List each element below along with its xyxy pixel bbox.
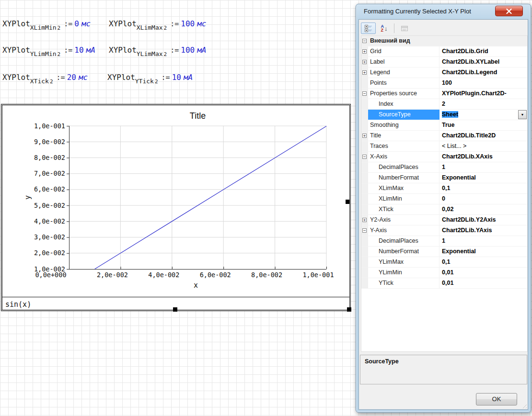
- resize-handle-corner[interactable]: [347, 307, 351, 312]
- property-row-traces[interactable]: Traces< List... >: [361, 141, 527, 152]
- property-row-smoothing[interactable]: SmoothingTrue: [361, 120, 527, 131]
- expand-icon[interactable]: +: [362, 218, 367, 222]
- property-value[interactable]: Chart2DLib.Title2D: [439, 131, 527, 141]
- math-definition-ylimmax[interactable]: XYPlotYLimMax2:=100мА: [109, 45, 206, 55]
- property-value-text: 0: [442, 195, 445, 202]
- close-button[interactable]: [495, 6, 523, 16]
- row-gutter: [361, 194, 368, 204]
- property-value[interactable]: 100: [439, 78, 527, 88]
- property-row-title[interactable]: +TitleChart2DLib.Title2D: [361, 131, 527, 141]
- row-gutter: [361, 110, 368, 120]
- property-row-ylimmin[interactable]: YLimMin0,01: [361, 268, 527, 278]
- property-value[interactable]: 1: [439, 236, 527, 246]
- property-value[interactable]: Chart2DLib.Y2Axis: [439, 215, 527, 225]
- row-gutter: [361, 278, 368, 288]
- property-value[interactable]: Chart2DLib.XYLabel: [439, 57, 527, 67]
- y-tick-label: 6,0e-002: [34, 185, 65, 193]
- property-value-text: Chart2DLib.YAxis: [442, 227, 492, 234]
- categorized-view-button[interactable]: [361, 22, 376, 34]
- math-definition-xtick[interactable]: XYPlotXTick2:=20мс: [2, 73, 88, 82]
- property-value[interactable]: Exponential: [439, 173, 527, 183]
- ok-button[interactable]: OK: [476, 393, 517, 405]
- expand-icon[interactable]: +: [362, 60, 367, 64]
- property-row-xtick[interactable]: XTick0,02: [361, 204, 527, 215]
- property-value[interactable]: 0,01: [439, 278, 527, 288]
- property-row-properties-source[interactable]: −Properties sourceXYPlotPlugin.Chart2D-: [361, 89, 527, 99]
- property-value[interactable]: 2: [439, 99, 527, 109]
- definition-value: 20: [67, 73, 76, 82]
- property-value[interactable]: Chart2DLib.XAxis: [439, 152, 527, 162]
- property-value[interactable]: Exponential: [439, 247, 527, 257]
- math-definition-ylimmin[interactable]: XYPlotYLimMin2:=10мА: [2, 45, 95, 55]
- resize-handle-right[interactable]: [346, 200, 350, 204]
- collapse-icon[interactable]: −: [362, 39, 367, 43]
- property-row-points[interactable]: Points100: [361, 78, 527, 89]
- categorized-icon: [365, 25, 372, 32]
- expand-icon[interactable]: +: [362, 70, 367, 75]
- property-row-numberformat[interactable]: NumberFormatExponential: [361, 173, 527, 183]
- property-row-x-axis[interactable]: −X-AxisChart2DLib.XAxis: [361, 152, 527, 162]
- definition-operator: :=: [64, 46, 72, 55]
- property-row-y-axis[interactable]: −Y-AxisChart2DLib.YAxis: [361, 225, 527, 236]
- property-row-ylimmax[interactable]: YLimMax0,1: [361, 257, 527, 268]
- x-tick-label: 8,0e-002: [251, 271, 282, 279]
- variable-base: XYPlot: [2, 73, 30, 82]
- math-definition-xlimmin[interactable]: XYPlotXLimMin2:=0мс: [2, 19, 91, 28]
- dialog-titlebar[interactable]: Formatting Currently Selected X-Y Plot: [356, 4, 531, 19]
- definition-operator: :=: [64, 20, 72, 28]
- property-name: YLimMax: [368, 257, 439, 267]
- dropdown-button[interactable]: ▼: [518, 110, 527, 119]
- row-gutter: [361, 173, 368, 183]
- property-value[interactable]: 0,01: [439, 268, 527, 278]
- property-row-sourcetype[interactable]: SourceTypeSheet▼: [361, 110, 527, 120]
- trace-expression[interactable]: sin(x): [5, 300, 31, 309]
- property-row-decimalplaces[interactable]: DecimalPlaces1: [361, 236, 527, 247]
- property-value[interactable]: Chart2DLib.Grid: [439, 46, 527, 56]
- dialog-title: Formatting Currently Selected X-Y Plot: [364, 8, 471, 15]
- property-row-ytick[interactable]: YTick0,01: [361, 278, 527, 289]
- property-value-text: Chart2DLib.Legend: [442, 69, 497, 76]
- property-value[interactable]: 0,02: [439, 204, 527, 214]
- property-row-grid[interactable]: +GridChart2DLib.Grid: [361, 46, 527, 57]
- plot-canvas: 1,0e-0019,0e-0028,0e-0027,0e-0026,0e-002…: [2, 105, 350, 297]
- resize-handle-bottom[interactable]: [173, 307, 177, 312]
- property-value[interactable]: Sheet▼: [439, 110, 527, 120]
- property-value-text: XYPlotPlugin.Chart2D-: [442, 90, 507, 97]
- property-row-xlimmax[interactable]: XLimMax0,1: [361, 183, 527, 194]
- property-value[interactable]: 0,1: [439, 257, 527, 267]
- property-pages-button[interactable]: [397, 22, 412, 34]
- alphabetical-sort-button[interactable]: A Z ↓: [377, 22, 392, 34]
- property-name: YTick: [368, 278, 439, 288]
- property-value[interactable]: Chart2DLib.Legend: [439, 67, 527, 78]
- property-row-legend[interactable]: +LegendChart2DLib.Legend: [361, 67, 527, 78]
- property-value[interactable]: Chart2DLib.YAxis: [439, 225, 527, 236]
- xy-plot-region[interactable]: Title 1,0e-0019,0e-0028,0e-0027,0e-0026,…: [1, 104, 351, 311]
- math-definition-xlimmax[interactable]: XYPlotXLimMax2:=100мс: [109, 19, 206, 28]
- property-row-внешний-вид[interactable]: −Внешний вид: [361, 36, 527, 46]
- collapse-icon[interactable]: −: [362, 91, 367, 96]
- definition-value: 100: [181, 19, 195, 28]
- property-name: NumberFormat: [368, 173, 439, 183]
- property-value[interactable]: XYPlotPlugin.Chart2D-: [439, 89, 527, 99]
- property-row-xlimmin[interactable]: XLimMin0: [361, 194, 527, 204]
- property-row-y2-axis[interactable]: +Y2-AxisChart2DLib.Y2Axis: [361, 215, 527, 225]
- description-property-name: SourceType: [365, 358, 399, 365]
- property-row-decimalplaces[interactable]: DecimalPlaces1: [361, 162, 527, 173]
- property-row-label[interactable]: +LabelChart2DLib.XYLabel: [361, 57, 527, 67]
- property-value[interactable]: 1: [439, 162, 527, 172]
- expand-icon[interactable]: +: [362, 134, 367, 138]
- resize-grip[interactable]: [521, 403, 527, 408]
- property-row-index[interactable]: Index2: [361, 99, 527, 110]
- property-value[interactable]: 0,1: [439, 183, 527, 193]
- property-value[interactable]: < List... >: [439, 141, 527, 151]
- row-gutter: [361, 247, 368, 257]
- property-value[interactable]: 0: [439, 194, 527, 204]
- collapse-icon[interactable]: −: [362, 155, 367, 159]
- property-name: Properties source: [368, 89, 439, 99]
- math-definition-ytick[interactable]: XYPlotYTick2:=10мА: [107, 73, 193, 82]
- collapse-icon[interactable]: −: [362, 228, 367, 233]
- property-value-text: 1: [442, 164, 445, 170]
- property-value[interactable]: True: [439, 120, 527, 130]
- property-row-numberformat[interactable]: NumberFormatExponential: [361, 247, 527, 257]
- expand-icon[interactable]: +: [362, 49, 367, 54]
